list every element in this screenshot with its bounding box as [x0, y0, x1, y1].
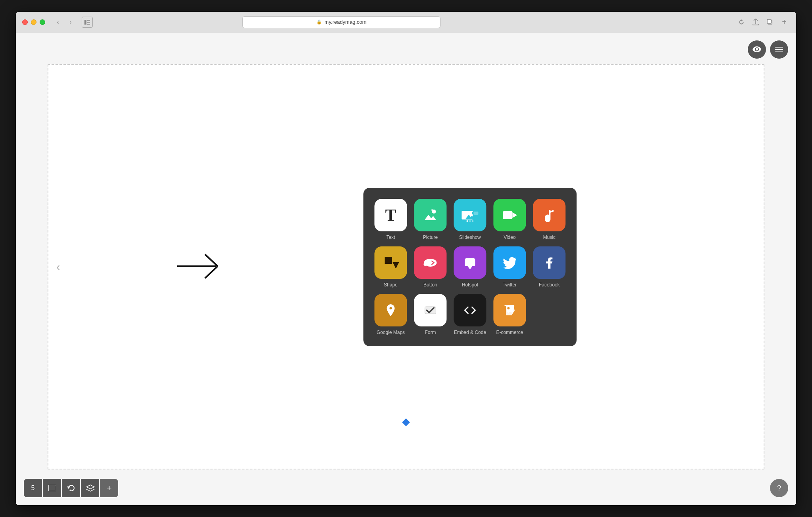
- button-icon: [414, 246, 446, 279]
- bottom-toolbar: 5 +: [24, 479, 118, 497]
- share-button[interactable]: [750, 17, 761, 28]
- svg-point-30: [507, 307, 509, 309]
- ecommerce-label: E-commerce: [496, 330, 523, 335]
- svg-rect-0: [84, 20, 86, 25]
- arrow-indicator: [177, 246, 229, 288]
- embed-label: Embed & Code: [454, 330, 486, 335]
- facebook-icon: [533, 246, 565, 279]
- slideshow-icon: [454, 199, 486, 231]
- back-button[interactable]: ‹: [52, 17, 63, 28]
- button-label: Button: [423, 282, 437, 288]
- svg-rect-16: [473, 212, 478, 215]
- new-tab-button[interactable]: +: [779, 17, 790, 28]
- widget-video[interactable]: Video: [492, 199, 527, 240]
- widget-embed[interactable]: Embed & Code: [452, 294, 488, 335]
- widget-panel: T Text Picture: [363, 188, 576, 346]
- video-icon: [493, 199, 526, 231]
- blue-dot-indicator: [402, 418, 410, 426]
- svg-rect-3: [87, 24, 90, 25]
- widget-hotspot[interactable]: Hotspot: [452, 246, 488, 288]
- menu-button[interactable]: [770, 40, 788, 59]
- layers-button[interactable]: [81, 479, 99, 497]
- svg-rect-22: [385, 257, 392, 264]
- maximize-button[interactable]: [40, 19, 45, 25]
- nav-buttons: ‹ ›: [52, 17, 76, 28]
- form-icon: [414, 294, 446, 326]
- svg-rect-32: [49, 485, 56, 491]
- widget-googlemaps[interactable]: Google Maps: [373, 294, 408, 335]
- svg-line-11: [205, 266, 218, 278]
- svg-rect-6: [775, 47, 783, 48]
- form-label: Form: [425, 330, 436, 335]
- page-number: 5: [24, 479, 42, 497]
- svg-line-10: [205, 254, 218, 266]
- picture-label: Picture: [423, 235, 438, 240]
- hotspot-icon: [454, 246, 486, 279]
- svg-marker-33: [67, 486, 70, 489]
- address-bar[interactable]: 🔒 my.readymag.com: [242, 16, 440, 28]
- embed-icon: [454, 294, 486, 326]
- sidebar-toggle[interactable]: [82, 17, 93, 28]
- widget-slideshow[interactable]: Slideshow: [452, 199, 488, 240]
- forward-button[interactable]: ›: [65, 17, 76, 28]
- widget-picture[interactable]: Picture: [412, 199, 448, 240]
- widget-twitter[interactable]: Twitter: [492, 246, 527, 288]
- hotspot-label: Hotspot: [462, 282, 478, 288]
- widget-music[interactable]: Music: [531, 199, 567, 240]
- add-element-button[interactable]: +: [100, 479, 118, 497]
- picture-icon: [414, 199, 446, 231]
- lock-icon: 🔒: [316, 19, 322, 25]
- googlemaps-icon: [374, 294, 407, 326]
- svg-point-17: [466, 220, 468, 222]
- browser-titlebar: ‹ › 🔒 my.readymag.com: [16, 12, 796, 32]
- url-text: my.readymag.com: [324, 19, 366, 25]
- music-label: Music: [543, 235, 555, 240]
- svg-marker-23: [393, 262, 399, 269]
- svg-rect-1: [87, 20, 90, 21]
- twitter-label: Twitter: [503, 282, 517, 288]
- traffic-lights: [22, 19, 45, 25]
- twitter-icon: [493, 246, 526, 279]
- top-right-buttons: [748, 40, 788, 59]
- text-label: Text: [386, 235, 395, 240]
- widget-button[interactable]: Button: [412, 246, 448, 288]
- widget-facebook[interactable]: Facebook: [531, 246, 567, 288]
- text-icon: T: [374, 199, 407, 231]
- music-icon: [533, 199, 565, 231]
- slideshow-label: Slideshow: [459, 235, 481, 240]
- svg-marker-21: [512, 212, 517, 218]
- video-label: Video: [504, 235, 515, 240]
- shape-label: Shape: [384, 282, 398, 288]
- facebook-label: Facebook: [539, 282, 560, 288]
- svg-rect-8: [775, 52, 783, 52]
- ecommerce-icon: [493, 294, 526, 326]
- svg-point-25: [423, 263, 427, 266]
- left-nav-chevron[interactable]: ‹: [56, 261, 60, 273]
- widget-ecommerce[interactable]: E-commerce: [492, 294, 527, 335]
- browser-content: ‹ T Text: [16, 32, 796, 505]
- duplicate-tab-button[interactable]: [764, 17, 776, 28]
- widget-form[interactable]: Form: [412, 294, 448, 335]
- close-button[interactable]: [22, 19, 28, 25]
- browser-window: ‹ › 🔒 my.readymag.com: [16, 12, 796, 505]
- svg-rect-20: [503, 211, 512, 219]
- svg-rect-2: [87, 22, 90, 23]
- svg-point-19: [472, 220, 473, 222]
- preview-button[interactable]: [748, 40, 766, 59]
- help-button[interactable]: ?: [770, 479, 788, 497]
- minimize-button[interactable]: [31, 19, 36, 25]
- undo-button[interactable]: [62, 479, 80, 497]
- widget-text[interactable]: T Text: [373, 199, 408, 240]
- svg-rect-7: [775, 49, 783, 50]
- toolbar-right: +: [736, 17, 790, 28]
- svg-rect-5: [767, 19, 771, 23]
- googlemaps-label: Google Maps: [377, 330, 405, 335]
- reload-button[interactable]: [736, 17, 747, 28]
- svg-marker-27: [466, 265, 473, 269]
- shape-icon: [374, 246, 407, 279]
- page-thumbnail-button[interactable]: [43, 479, 61, 497]
- svg-point-18: [469, 220, 471, 222]
- widget-shape[interactable]: Shape: [373, 246, 408, 288]
- svg-point-13: [431, 209, 433, 211]
- canvas-area: ‹ T Text: [48, 64, 764, 469]
